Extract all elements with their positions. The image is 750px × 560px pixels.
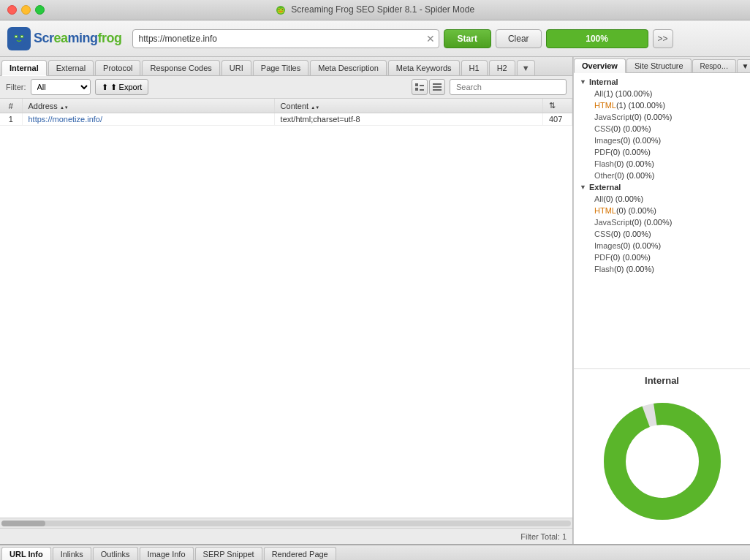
- right-tab-more[interactable]: ▼: [737, 59, 750, 72]
- tree-item-internal-other[interactable]: Other (0) (0.00%): [574, 170, 750, 181]
- bottom-tab-url-info[interactable]: URL Info: [1, 547, 51, 560]
- main-tabs-row: Internal External Protocol Response Code…: [0, 57, 572, 76]
- tree-item-external-css[interactable]: CSS (0) (0.00%): [574, 228, 750, 240]
- tree-item-internal-pdf[interactable]: PDF (0) (0.00%): [574, 146, 750, 158]
- horizontal-scrollbar[interactable]: [0, 518, 572, 528]
- internal-js-label: JavaScript: [594, 113, 632, 121]
- internal-toggle-icon[interactable]: ▼: [580, 78, 586, 86]
- tab-h1[interactable]: H1: [461, 60, 488, 75]
- tree-item-external-javascript[interactable]: JavaScript (0) (0.00%): [574, 216, 750, 228]
- svg-rect-10: [420, 89, 424, 91]
- main-layout: Internal External Protocol Response Code…: [0, 57, 750, 544]
- tree-section-internal[interactable]: ▼ Internal: [574, 76, 750, 88]
- more-button[interactable]: >>: [653, 29, 673, 48]
- tab-meta-keywords[interactable]: Meta Keywords: [388, 60, 460, 75]
- url-input[interactable]: [132, 29, 439, 48]
- col-content[interactable]: Content ▲▼: [274, 99, 542, 113]
- row-num: 1: [0, 113, 22, 126]
- bottom-tab-serp-snippet[interactable]: SERP Snippet: [195, 547, 262, 560]
- url-bar-wrapper: ✕: [132, 29, 439, 48]
- tab-h2[interactable]: H2: [489, 60, 515, 75]
- right-tab-response[interactable]: Respo…: [692, 59, 737, 72]
- tree-item-external-html[interactable]: HTML (0) (0.00%): [574, 205, 750, 216]
- clear-button[interactable]: Clear: [496, 29, 542, 48]
- tab-meta-description[interactable]: Meta Description: [310, 60, 387, 75]
- internal-other-count: (0) (0.00%): [615, 171, 655, 180]
- tree-item-external-images[interactable]: Images (0) (0.00%): [574, 240, 750, 251]
- search-input[interactable]: [450, 79, 567, 95]
- row-address[interactable]: https://monetize.info/: [22, 113, 274, 126]
- row-content: text/html;charset=utf-8: [274, 113, 542, 126]
- svg-rect-12: [433, 86, 442, 88]
- col-number[interactable]: #: [0, 99, 22, 113]
- tree-item-internal-images[interactable]: Images (0) (0.00%): [574, 135, 750, 146]
- scrollbar-track[interactable]: [1, 521, 571, 526]
- external-section-label: External: [589, 183, 621, 192]
- bottom-tab-rendered-page[interactable]: Rendered Page: [264, 547, 336, 560]
- tab-response-codes[interactable]: Response Codes: [142, 60, 219, 75]
- tab-internal[interactable]: Internal: [1, 60, 47, 76]
- tree-item-internal-css[interactable]: CSS (0) (0.00%): [574, 123, 750, 135]
- row-extra: 407: [543, 113, 572, 126]
- scrollbar-thumb[interactable]: [1, 521, 45, 526]
- col-address[interactable]: Address ▲▼: [22, 99, 274, 113]
- maximize-button[interactable]: [35, 5, 45, 15]
- start-button[interactable]: Start: [444, 29, 491, 48]
- tree-item-internal-html[interactable]: HTML (1) (100.00%): [574, 99, 750, 111]
- minimize-button[interactable]: [21, 5, 31, 15]
- tab-protocol[interactable]: Protocol: [95, 60, 140, 75]
- external-images-count: (0) (0.00%): [621, 241, 661, 250]
- filter-select[interactable]: All HTML JavaScript CSS Images PDF Flash…: [31, 79, 91, 95]
- address-sort-icon[interactable]: ▲▼: [60, 105, 69, 110]
- internal-pdf-count: (0) (0.00%): [610, 148, 651, 156]
- tree-view-icon: [415, 83, 424, 91]
- tab-more-button[interactable]: ▼: [517, 60, 535, 75]
- content-sort-icon[interactable]: ▲▼: [311, 105, 319, 110]
- tree-section-external[interactable]: ▼ External: [574, 181, 750, 193]
- table-row[interactable]: 1 https://monetize.info/ text/html;chars…: [0, 113, 572, 126]
- tab-uri[interactable]: URI: [221, 60, 251, 75]
- data-table-container[interactable]: # Address ▲▼ Content ▲▼ ⇅: [0, 99, 572, 518]
- external-pdf-label: PDF: [594, 253, 610, 262]
- view-tree-button[interactable]: [412, 79, 428, 95]
- right-tab-site-structure[interactable]: Site Structure: [626, 58, 692, 72]
- svg-point-15: [615, 414, 710, 509]
- internal-images-count: (0) (0.00%): [621, 136, 661, 145]
- external-all-label: All: [594, 194, 603, 203]
- tree-item-internal-all[interactable]: All (1) (100.00%): [574, 88, 750, 99]
- tree-item-internal-javascript[interactable]: JavaScript (0) (0.00%): [574, 111, 750, 123]
- col-extra[interactable]: ⇅: [543, 99, 572, 113]
- tab-external[interactable]: External: [48, 60, 94, 75]
- view-list-button[interactable]: [429, 79, 445, 95]
- internal-js-count: (0) (0.00%): [632, 113, 672, 121]
- tree-item-external-flash[interactable]: Flash (0) (0.00%): [574, 263, 750, 275]
- extra-sort-icon[interactable]: ⇅: [549, 101, 556, 110]
- external-flash-count: (0) (0.00%): [614, 265, 654, 273]
- external-images-label: Images: [594, 241, 621, 250]
- bottom-tab-outlinks[interactable]: Outlinks: [93, 547, 138, 560]
- tree-item-external-pdf[interactable]: PDF (0) (0.00%): [574, 251, 750, 263]
- bottom-tabs-row: URL Info Inlinks Outlinks Image Info SER…: [0, 545, 750, 560]
- url-clear-icon[interactable]: ✕: [426, 34, 435, 44]
- close-button[interactable]: [7, 5, 17, 15]
- external-html-label: HTML: [594, 206, 616, 215]
- tree-item-internal-flash[interactable]: Flash (0) (0.00%): [574, 158, 750, 170]
- right-tabs-row: Overview Site Structure Respo… ▼: [574, 57, 750, 73]
- tree-item-external-all[interactable]: All (0) (0.00%): [574, 193, 750, 205]
- tab-page-titles[interactable]: Page Titles: [253, 60, 308, 75]
- tree-list[interactable]: ▼ Internal All (1) (100.00%) HTML (1) (1…: [574, 73, 750, 368]
- table-header-row: # Address ▲▼ Content ▲▼ ⇅: [0, 99, 572, 113]
- app-icon: 🐸: [276, 5, 286, 15]
- internal-html-label: HTML: [594, 101, 616, 110]
- svg-point-2: [12, 31, 26, 46]
- export-button[interactable]: ⬆ ⬆ Export: [95, 79, 149, 95]
- internal-all-label: All: [594, 89, 603, 98]
- external-toggle-icon[interactable]: ▼: [580, 183, 586, 191]
- bottom-tab-inlinks[interactable]: Inlinks: [53, 547, 91, 560]
- bottom-tab-image-info[interactable]: Image Info: [140, 547, 194, 560]
- internal-flash-label: Flash: [594, 159, 614, 168]
- right-tab-overview[interactable]: Overview: [574, 58, 626, 73]
- external-css-count: (0) (0.00%): [611, 230, 651, 238]
- svg-point-6: [21, 36, 23, 37]
- logo-text-screaming: Screamingfrog: [34, 31, 122, 46]
